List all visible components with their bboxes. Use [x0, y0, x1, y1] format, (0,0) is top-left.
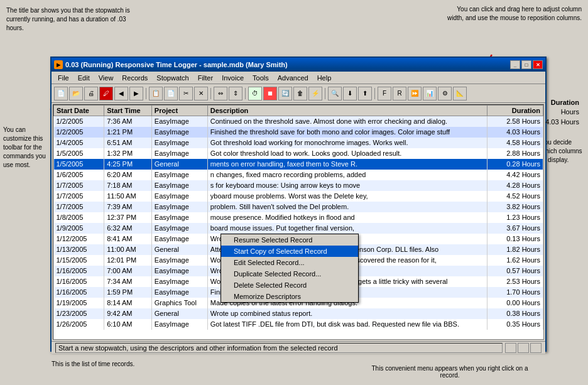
main-window: ▶ 0.03 (Running) Responsive Time Logger …	[50, 57, 547, 352]
duration-value: 4.03 Hours	[545, 117, 579, 127]
app-icon: ▶	[54, 60, 63, 69]
menu-file[interactable]: File	[54, 73, 73, 83]
tb-sort1[interactable]: ⇔	[214, 87, 227, 100]
duration-hours-label: Hours	[545, 107, 579, 117]
records-table-container: Start Date Start Time Project Descriptio…	[53, 104, 544, 340]
table-row[interactable]: 1/7/20057:39 AMEasyImageproblem. Still h…	[54, 202, 543, 212]
tb-start[interactable]: ⏱	[248, 87, 262, 100]
tb-stop[interactable]: ⏹	[263, 87, 277, 100]
menu-records[interactable]: Records	[118, 73, 151, 83]
table-row[interactable]: 1/5/20051:32 PMEasyImageGot color thresh…	[54, 148, 543, 159]
tb-paste[interactable]: 📄	[164, 87, 178, 100]
table-row[interactable]: 1/23/20059:42 AMGeneralWrote up combined…	[54, 308, 543, 319]
menu-filter[interactable]: Filter	[194, 73, 217, 83]
tb-back[interactable]: ◀	[114, 87, 128, 100]
col-header-duration[interactable]: Duration	[487, 106, 543, 116]
tb-chart[interactable]: 📊	[423, 87, 437, 100]
col-header-desc[interactable]: Description	[207, 106, 487, 116]
table-row[interactable]: 1/9/20056:32 AMEasyImageboard mouse issu…	[54, 223, 543, 234]
tb-edit[interactable]: 🖊	[99, 87, 113, 100]
tb-forward[interactable]: ▶	[129, 87, 143, 100]
tb-sep4	[325, 88, 325, 99]
menu-view[interactable]: View	[95, 73, 117, 83]
tb-search[interactable]: 🔍	[328, 87, 342, 100]
annotation-bottomleft: This is the list of time records.	[52, 361, 134, 367]
table-row[interactable]: 1/7/20057:18 AMEasyImages for keyboard m…	[54, 180, 543, 191]
context-menu: Resume Selected Record Start Copy of Sel…	[220, 234, 359, 303]
tb-sep2	[210, 88, 211, 99]
table-row[interactable]: 1/5/20054:25 PMGeneralments on error han…	[54, 159, 543, 170]
close-button[interactable]: ✕	[533, 60, 543, 69]
col-header-date[interactable]: Start Date	[54, 106, 104, 116]
statusbar-text: Start a new stopwatch, using the descrip…	[55, 343, 503, 353]
menu-advanced[interactable]: Advanced	[274, 73, 312, 83]
ctx-edit[interactable]: Edit Selected Record...	[221, 257, 358, 268]
ctx-resume[interactable]: Resume Selected Record	[221, 234, 358, 246]
titlebar: ▶ 0.03 (Running) Responsive Time Logger …	[52, 58, 545, 72]
toolbar: 📄 📂 🖨 🖊 ◀ ▶ 📋 📄 ✂ ✕ ⇔ ⇕ ⏱ ⏹ 🔄 🗑 ⚡ 🔍 ⬇ ⬆ …	[52, 84, 545, 103]
tb-sep5	[374, 88, 375, 99]
col-header-project[interactable]: Project	[151, 106, 207, 116]
table-row[interactable]: 1/7/200511:50 AMEasyImageyboard mouse pr…	[54, 191, 543, 202]
tb-new[interactable]: 📄	[54, 87, 68, 100]
table-row[interactable]: 1/4/20056:51 AMEasyImageGot threshold lo…	[54, 138, 543, 148]
tb-sep1	[146, 88, 146, 99]
annotation-right: You decide which columns to display.	[541, 138, 585, 165]
tb-cut[interactable]: ✂	[179, 87, 193, 100]
annotation-topright: You can click and drag here to adjust co…	[444, 5, 582, 23]
tb-print[interactable]: 🖨	[84, 87, 98, 100]
tb-delete[interactable]: ✕	[194, 87, 208, 100]
duration-box: Duration Hours 4.03 Hours	[545, 98, 579, 127]
tb-open[interactable]: 📂	[69, 87, 83, 100]
duration-label: Duration	[545, 98, 579, 107]
menu-edit[interactable]: Edit	[74, 73, 94, 83]
ctx-duplicate[interactable]: Duplicate Selected Record...	[221, 268, 358, 279]
table-row[interactable]: 1/2/20051:21 PMEasyImageFinished the thr…	[54, 127, 543, 138]
menubar: File Edit View Records Stopwatch Filter …	[52, 72, 545, 84]
tb-resume[interactable]: 🔄	[278, 87, 292, 100]
tb-filter-down[interactable]: ⬇	[343, 87, 357, 100]
ctx-memorize[interactable]: Memorize Descriptors	[221, 291, 358, 302]
tb-filter-up[interactable]: ⬆	[358, 87, 372, 100]
annotation-left: You can customize this toolbar for the c…	[3, 126, 50, 170]
tb-copy[interactable]: 📋	[149, 87, 163, 100]
annotation-topleft: The title bar shows you that the stopwat…	[6, 6, 132, 33]
window-title: 0.03 (Running) Responsive Time Logger - …	[65, 61, 288, 68]
menu-invoice[interactable]: Invoice	[218, 73, 248, 83]
tb-f[interactable]: F	[378, 87, 391, 100]
menu-stopwatch[interactable]: Stopwatch	[153, 73, 192, 83]
tb-lightning[interactable]: ⚡	[308, 87, 322, 100]
menu-help[interactable]: Help	[313, 73, 335, 83]
ctx-delete[interactable]: Delete Selected Record	[221, 279, 358, 291]
minimize-button[interactable]: _	[510, 60, 520, 69]
tb-sort2[interactable]: ⇕	[229, 87, 242, 100]
tb-fast[interactable]: ⏩	[408, 87, 422, 100]
ctx-start-copy[interactable]: Start Copy of Selected Record	[221, 246, 358, 257]
tb-gear[interactable]: ⚙	[438, 87, 452, 100]
menu-tools[interactable]: Tools	[249, 73, 273, 83]
statusbar: Start a new stopwatch, using the descrip…	[52, 341, 545, 354]
tb-ruler[interactable]: 📐	[453, 87, 467, 100]
statusbar-btn2[interactable]	[518, 343, 529, 353]
table-row[interactable]: 1/2/20057:36 AMEasyImageContinued on the…	[54, 116, 543, 127]
table-row[interactable]: 1/6/20056:20 AMEasyImagen changes, fixed…	[54, 170, 543, 180]
col-header-time[interactable]: Start Time	[104, 106, 152, 116]
statusbar-btn1[interactable]	[505, 343, 516, 353]
annotation-bottomright: This convenient menu appears when you ri…	[362, 365, 538, 379]
statusbar-btn3[interactable]	[530, 343, 542, 353]
table-row[interactable]: 1/8/200512:37 PMEasyImagemouse presence.…	[54, 212, 543, 223]
maximize-button[interactable]: □	[521, 60, 531, 69]
tb-r[interactable]: R	[393, 87, 406, 100]
tb-sep3	[245, 88, 246, 99]
tb-discard[interactable]: 🗑	[293, 87, 307, 100]
table-row[interactable]: 1/26/20056:10 AMEasyImageGot latest TIFF…	[54, 319, 543, 330]
